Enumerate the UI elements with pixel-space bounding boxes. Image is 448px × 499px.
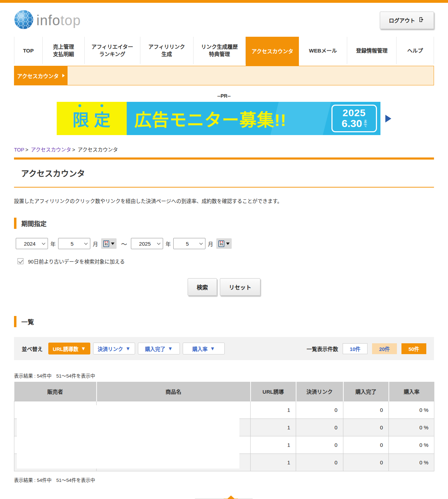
from-date-calendar-button[interactable]: 31: [101, 238, 117, 249]
per-page-50-button[interactable]: 50件: [401, 343, 426, 354]
col-header-product: 商品名: [97, 382, 251, 401]
from-month-select[interactable]: 5: [58, 238, 90, 249]
banner-next-arrow-icon[interactable]: [385, 115, 391, 122]
old-data-checkbox[interactable]: [18, 258, 23, 264]
pr-label: --PR--: [0, 93, 448, 99]
month-label: 月: [208, 240, 213, 247]
nav-tab-access-counter[interactable]: アクセスカウンタ: [246, 37, 299, 66]
period-section-heading: 期間指定: [14, 218, 434, 229]
site-header: infotop ログアウト: [0, 3, 448, 37]
sort-arrow-icon: ▼: [81, 346, 86, 351]
caret-down-icon: [226, 243, 230, 245]
sort-bar: 並べ替え URL誘導数▼ 決済リンク▼ 購入完了▼ 購入率▼ 一覧表示件数 10…: [14, 337, 434, 360]
results-table-wrap: 販売者 商品名 URL誘導 決済リンク 購入完了 購入率 1 0 0 0 % 1: [14, 382, 434, 471]
sort-label: 並べ替え: [22, 345, 43, 352]
to-year-select-wrap: 2025: [131, 238, 163, 249]
period-form: 2024 年 5 月 31 ～ 2025 年 5 月 31: [16, 238, 434, 249]
from-year-select[interactable]: 2024: [16, 238, 48, 249]
old-data-checkbox-label: 90日前より古いデータを検索対象に加える: [28, 258, 125, 265]
to-month-select-wrap: 5: [173, 238, 205, 249]
from-year-select-wrap: 2024: [16, 238, 48, 249]
sort-button-url-count[interactable]: URL誘導数▼: [48, 343, 90, 354]
col-header-purchase-complete: 購入完了: [343, 382, 389, 401]
chevron-right-icon: [62, 74, 65, 77]
month-label: 月: [93, 240, 98, 247]
sort-button-purchase-complete[interactable]: 購入完了▼: [138, 343, 180, 354]
per-page-10-button[interactable]: 10件: [343, 343, 368, 354]
per-page-label: 一覧表示件数: [307, 345, 338, 352]
col-header-seller: 販売者: [14, 382, 97, 401]
sort-arrow-icon: ▼: [210, 346, 215, 351]
search-actions: 検索 リセット: [0, 278, 448, 296]
col-header-url-count: URL誘導: [251, 382, 296, 401]
logo-wordmark: infotop: [36, 13, 81, 27]
sort-arrow-icon: ▼: [168, 346, 173, 351]
result-summary-top: 表示結果 : 54件中 51～54件を表示中: [14, 372, 434, 379]
calendar-icon: 31: [218, 240, 224, 247]
breadcrumb-link-access-counter[interactable]: アクセスカウンタ: [31, 147, 71, 153]
to-date-calendar-button[interactable]: 31: [216, 238, 232, 249]
nav-tab-top[interactable]: TOP: [14, 37, 43, 64]
page-description: 設置したアフィリリンクのクリック数やリンクを経由した決済ページへの到達率、成約数…: [14, 197, 434, 204]
sort-button-purchase-rate[interactable]: 購入率▼: [183, 343, 225, 354]
subnav-item-access-counter[interactable]: アクセスカウンタ: [14, 66, 68, 85]
col-header-purchase-rate: 購入率: [389, 382, 434, 401]
breadcrumb: TOP> アクセスカウンタ> アクセスカウンタ: [14, 146, 434, 153]
nav-tab-link-history[interactable]: リンク生成履歴特典管理: [194, 37, 246, 64]
old-data-checkbox-row: 90日前より古いデータを検索対象に加える: [18, 258, 434, 265]
nav-tab-registration-info[interactable]: 登録情報管理: [347, 37, 397, 64]
logout-exit-icon: [418, 16, 425, 24]
page-title-block: アクセスカウンタ: [14, 157, 434, 188]
banner-main: 広告モニター募集!! 2025 6.30 まで: [127, 102, 380, 135]
result-summary-bottom: 表示結果 : 54件中 51～54件を表示中: [14, 476, 434, 483]
main-navigation: TOP 売上管理支払明細 アフィリエイターランキング アフィリリンク生成 リンク…: [14, 37, 434, 64]
banner-badge: 限定: [57, 102, 127, 135]
caret-down-icon: [111, 243, 114, 245]
top-accent-strip: [0, 0, 448, 3]
redacted-area: [17, 405, 239, 469]
logout-label: ログアウト: [389, 16, 415, 24]
logout-button[interactable]: ログアウト: [380, 12, 434, 29]
reset-button[interactable]: リセット: [220, 278, 260, 296]
to-year-select[interactable]: 2025: [131, 238, 163, 249]
sort-button-checkout-link[interactable]: 決済リンク▼: [93, 343, 135, 354]
banner-deadline-box: 2025 6.30 まで: [331, 105, 377, 132]
sub-navigation: アクセスカウンタ: [14, 66, 434, 85]
per-page-group: 一覧表示件数 10件 20件 50件: [307, 343, 426, 354]
from-month-select-wrap: 5: [58, 238, 90, 249]
infotop-logo[interactable]: infotop: [14, 10, 81, 31]
breadcrumb-current: アクセスカウンタ: [78, 147, 118, 153]
to-month-select[interactable]: 5: [173, 238, 205, 249]
range-separator: ～: [121, 239, 127, 248]
col-header-checkout-link: 決済リンク: [296, 382, 343, 401]
year-label: 年: [50, 240, 56, 247]
banner-headline: 広告モニター募集!!: [134, 106, 287, 131]
calendar-icon: 31: [103, 240, 109, 247]
breadcrumb-link-top[interactable]: TOP: [14, 147, 24, 153]
nav-tab-sales-management[interactable]: 売上管理支払明細: [43, 37, 85, 64]
page-title: アクセスカウンタ: [21, 167, 434, 179]
ad-banner[interactable]: 限定 広告モニター募集!! 2025 6.30 まで: [57, 102, 380, 135]
nav-tab-help[interactable]: ヘルプ: [397, 37, 434, 64]
nav-tab-affiliater-ranking[interactable]: アフィリエイターランキング: [85, 37, 140, 64]
pr-banner-row: 限定 広告モニター募集!! 2025 6.30 まで: [0, 102, 448, 135]
year-label: 年: [166, 240, 171, 247]
nav-tab-webmail[interactable]: WEBメール: [299, 37, 347, 64]
logo-globe-icon: [14, 10, 34, 31]
nav-tab-affili-link-generate[interactable]: アフィリリンク生成: [140, 37, 194, 64]
list-section-heading: 一覧: [14, 316, 434, 327]
table-header-row: 販売者 商品名 URL誘導 決済リンク 購入完了 購入率: [14, 382, 434, 401]
search-button[interactable]: 検索: [188, 278, 217, 296]
sort-arrow-icon: ▼: [126, 346, 131, 351]
per-page-20-button[interactable]: 20件: [372, 343, 397, 354]
